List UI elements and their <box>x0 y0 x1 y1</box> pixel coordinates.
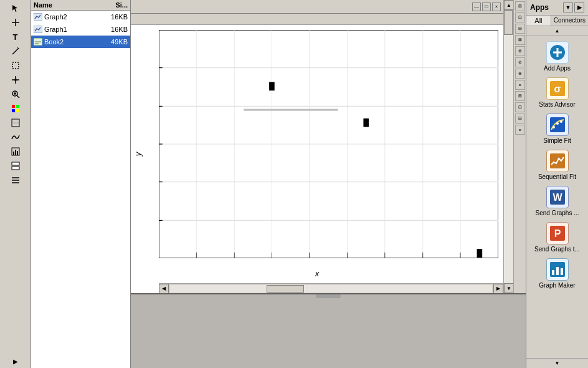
svg-point-87 <box>560 120 562 123</box>
apps-scroll-down[interactable]: ▼ <box>526 358 588 368</box>
hscroll-right-btn[interactable]: ▶ <box>493 284 503 294</box>
side-icon-1[interactable]: ⊞ <box>515 1 525 11</box>
graph-maker-svg <box>549 261 566 278</box>
tool-layer[interactable] <box>6 159 25 173</box>
svg-rect-20 <box>12 167 19 170</box>
stats-icon-svg: σ <box>549 80 566 97</box>
side-icon-6[interactable]: ⊘ <box>515 57 525 67</box>
app-send-graphs-ppt[interactable]: P Send Graphs t... <box>529 220 586 256</box>
graph-maximize-btn[interactable]: □ <box>482 2 491 11</box>
file-row-graph1[interactable]: Graph1 16KB <box>31 23 130 36</box>
side-icon-8[interactable]: ≡ <box>515 80 525 90</box>
tool-text[interactable]: T <box>6 30 25 44</box>
tool-draw[interactable] <box>6 44 25 58</box>
add-apps-label: Add Apps <box>544 65 571 72</box>
y-axis-label: y <box>133 152 143 157</box>
svg-rect-12 <box>12 109 15 112</box>
tool-pan[interactable] <box>6 73 25 87</box>
side-icon-5[interactable]: ⊕ <box>515 46 525 56</box>
hscroll-track[interactable] <box>170 285 492 293</box>
tab-connectors[interactable]: Connectors <box>551 16 588 26</box>
side-icon-4[interactable]: ⊠ <box>515 35 525 45</box>
app-graph-maker[interactable]: Graph Maker <box>529 256 586 292</box>
main-area: — □ × y x <box>131 0 526 368</box>
svg-rect-11 <box>16 105 19 108</box>
vscroll-down-btn[interactable]: ▼ <box>504 283 514 293</box>
book-icon <box>34 38 42 46</box>
apps-panel: Apps ▼ ▶ All Connectors ▲ Add Apps <box>526 0 588 368</box>
x-axis-label: x <box>315 269 320 278</box>
tool-graph-type[interactable] <box>6 145 25 158</box>
file-name-book2: Book2 <box>44 38 100 46</box>
app-sequential-fit[interactable]: Sequential Fit <box>529 147 586 183</box>
simple-fit-icon <box>546 114 569 136</box>
side-icon-2[interactable]: ⊡ <box>515 12 525 22</box>
side-icon-10[interactable]: ⊡ <box>515 102 525 112</box>
svg-line-2 <box>12 48 19 54</box>
scatter-plot-svg: 0.96 0.94 0.92 0.90 0.88 0.86 0.84 0.04 … <box>159 30 498 258</box>
app-simple-fit[interactable]: Simple Fit <box>529 111 586 147</box>
col-name-header: Name <box>34 1 97 9</box>
side-icon-7[interactable]: ⊗ <box>515 69 525 79</box>
tool-expand[interactable]: ▶ <box>6 354 25 368</box>
apps-panel-title: Apps <box>530 3 549 12</box>
tab-all[interactable]: All <box>526 16 551 26</box>
apps-scroll-up[interactable]: ▲ <box>526 26 588 36</box>
svg-rect-94 <box>552 270 554 275</box>
tool-color[interactable] <box>6 102 25 115</box>
file-size-graph1: 16KB <box>100 26 128 33</box>
vscroll-track[interactable] <box>504 10 513 283</box>
tool-zoom[interactable] <box>6 87 25 101</box>
svg-rect-18 <box>15 150 16 155</box>
apps-expand-btn[interactable]: ▶ <box>574 2 584 12</box>
right-side-icon-strip: ⊞ ⊡ ⊟ ⊠ ⊕ ⊘ ⊗ ≡ ⊞ ⊡ ⊟ ≡ <box>513 0 526 293</box>
svg-point-86 <box>556 122 559 125</box>
tool-curve[interactable] <box>6 130 25 144</box>
hscroll-thumb[interactable] <box>267 285 304 293</box>
send-graphs-word-icon: W <box>546 186 569 208</box>
expand-handle[interactable] <box>316 294 341 298</box>
graph-close-btn[interactable]: × <box>492 2 501 11</box>
vscroll-thumb[interactable] <box>504 10 513 35</box>
graph-minimize-btn[interactable]: — <box>472 2 481 11</box>
send-graphs-ppt-icon: P <box>546 222 569 245</box>
tool-scatter-select[interactable] <box>6 116 25 130</box>
send-graphs-ppt-label: Send Graphs t... <box>534 246 580 253</box>
svg-rect-21 <box>12 162 19 165</box>
svg-text:W: W <box>552 192 562 203</box>
tool-arrange[interactable] <box>6 173 25 187</box>
tool-pointer[interactable] <box>6 1 25 15</box>
stats-advisor-icon: σ <box>546 77 569 100</box>
file-row-book2[interactable]: Book2 49KB <box>31 36 130 48</box>
graph-vscrollbar[interactable]: ▲ ▼ <box>503 0 513 293</box>
add-icon-svg <box>549 44 566 61</box>
graph-container: — □ × y x <box>131 0 526 293</box>
side-icon-9[interactable]: ⊞ <box>515 91 525 101</box>
sequential-fit-label: Sequential Fit <box>538 173 576 181</box>
apps-dropdown-btn[interactable]: ▼ <box>563 2 573 12</box>
apps-list: Add Apps σ Stats Advisor <box>526 36 588 358</box>
svg-text:σ: σ <box>554 84 561 94</box>
svg-point-5 <box>14 79 17 81</box>
hscroll-left-btn[interactable]: ◀ <box>159 284 169 294</box>
svg-rect-17 <box>13 152 14 155</box>
graph-maker-icon <box>546 258 569 281</box>
side-icon-3[interactable]: ⊟ <box>515 24 525 34</box>
vscroll-up-btn[interactable]: ▲ <box>504 0 514 10</box>
add-apps-icon <box>546 41 569 64</box>
tool-crosshair[interactable] <box>6 16 25 29</box>
file-panel-header: Name Si... <box>31 0 130 11</box>
side-icon-11[interactable]: ⊟ <box>515 114 525 123</box>
app-stats-advisor[interactable]: σ Stats Advisor <box>529 75 586 111</box>
sequential-fit-icon <box>546 150 569 172</box>
seq-fit-svg <box>549 152 566 170</box>
file-row-graph2[interactable]: Graph2 16KB <box>31 11 130 23</box>
graph-hscrollbar[interactable]: ◀ ▶ <box>159 283 503 293</box>
left-toolbar: T ▶ <box>0 0 31 368</box>
tool-select[interactable] <box>6 59 25 72</box>
app-add-apps[interactable]: Add Apps <box>529 39 586 75</box>
app-send-graphs-word[interactable]: W Send Graphs ... <box>529 183 586 220</box>
file-size-book2: 49KB <box>100 38 128 46</box>
data-point-3 <box>477 249 483 258</box>
side-icon-12[interactable]: ≡ <box>515 125 525 135</box>
